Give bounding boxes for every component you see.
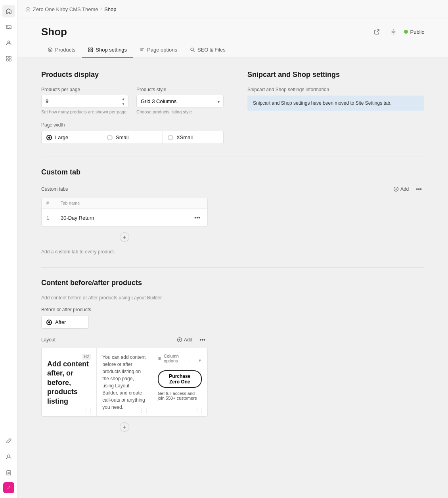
custom-tabs-more-button[interactable]: ••• <box>414 184 424 194</box>
layout-cell-2[interactable]: You can add content before or after prod… <box>97 348 152 416</box>
expand-button[interactable]: ▾ <box>198 357 202 364</box>
products-per-page-input[interactable] <box>41 95 128 108</box>
svg-rect-4 <box>9 56 11 58</box>
sidebar-user2-icon[interactable] <box>2 450 15 463</box>
add-layout-row-area: + <box>41 418 208 436</box>
breadcrumb-parent[interactable]: Zero One Kirby CMS Theme <box>33 6 98 12</box>
spinner-down[interactable]: ▼ <box>120 102 127 106</box>
pink-action-button[interactable] <box>3 482 14 493</box>
page-width-large[interactable]: Large <box>41 131 102 144</box>
h2-badge: H2 <box>82 354 91 360</box>
svg-point-11 <box>393 31 394 33</box>
page-width-section: Page width Large Small XSmall <box>41 122 224 144</box>
products-per-page-field: Products per page ▲ ▼ Set how many produ… <box>41 87 128 114</box>
content-body: Products display Products per page ▲ ▼ S… <box>17 58 448 157</box>
drag-handle-cell-1[interactable]: ⋮⋮ <box>84 408 93 413</box>
column-options-label: Column options <box>158 354 188 363</box>
products-display-form: Products per page ▲ ▼ Set how many produ… <box>41 87 224 114</box>
drag-handle-cell-3[interactable]: ⋮⋮ <box>195 408 204 413</box>
page-width-small-label: Small <box>116 134 129 140</box>
row-number: 1 <box>46 215 61 221</box>
page-width-xsmall[interactable]: XSmall <box>163 131 224 144</box>
topbar: Zero One Kirby CMS Theme / Shop <box>17 0 448 19</box>
tab-products[interactable]: Products <box>41 43 82 57</box>
add-layout-button[interactable]: Add <box>174 335 195 344</box>
col-name-header: Tab name <box>61 201 203 205</box>
row-more-button[interactable]: ••• <box>192 213 203 222</box>
radio-small-indicator <box>107 135 113 140</box>
radio-large-indicator <box>46 135 52 140</box>
svg-point-2 <box>8 41 10 43</box>
add-row-area: + <box>41 228 208 246</box>
sidebar-clipboard-icon[interactable] <box>2 466 15 479</box>
breadcrumb-separator: / <box>100 6 102 12</box>
after-option[interactable]: After <box>41 316 89 329</box>
external-link-button[interactable] <box>371 25 383 38</box>
add-row-button[interactable]: + <box>120 232 129 242</box>
sidebar-home-icon[interactable] <box>2 5 15 17</box>
col-number-header: # <box>46 201 61 205</box>
table-row[interactable]: 1 30-Day Return ••• <box>42 209 207 226</box>
svg-rect-16 <box>89 50 90 52</box>
content-left: Products display Products per page ▲ ▼ S… <box>41 71 224 144</box>
page-header: Shop <box>17 19 448 58</box>
radio-xsmall-indicator <box>168 135 173 140</box>
svg-rect-3 <box>6 56 8 58</box>
tabs: Products Shop settings Page options SEO … <box>41 43 424 57</box>
layout-more-button[interactable]: ••• <box>197 335 208 345</box>
svg-rect-15 <box>91 48 93 50</box>
add-layout-row-button[interactable]: + <box>120 422 129 432</box>
products-style-select[interactable]: Grid 3 Columns Grid 2 Columns Grid 4 Col… <box>136 95 224 108</box>
tab-page-options[interactable]: Page options <box>133 43 184 57</box>
content-before-after-section: Content before/after products Add conten… <box>17 279 448 448</box>
row-name: 30-Day Return <box>61 215 192 221</box>
settings-button[interactable] <box>387 25 400 38</box>
products-style-hint: Choose products listing style <box>136 109 224 114</box>
after-radio-indicator <box>46 320 52 325</box>
snipcart-info-label: Snipcart and Shop settings information <box>247 87 424 92</box>
drag-handle-cell-2[interactable]: ⋮⋮ <box>139 408 149 413</box>
layout-cell-1[interactable]: H2 Add content after, or before, product… <box>42 348 97 416</box>
custom-tab-title: Custom tab <box>41 168 424 176</box>
tab-shop-settings[interactable]: Shop settings <box>82 43 133 57</box>
tab-seo-files[interactable]: SEO & Files <box>184 43 232 57</box>
home-breadcrumb-icon <box>25 6 31 13</box>
layout-row: H2 Add content after, or before, product… <box>42 348 207 416</box>
page-title-row: Shop <box>41 25 424 38</box>
svg-rect-8 <box>7 471 11 475</box>
section-divider-1 <box>41 157 424 157</box>
page-title: Shop <box>41 26 67 38</box>
purchase-button[interactable]: Purchase Zero One <box>158 370 202 388</box>
svg-rect-6 <box>9 59 11 61</box>
cell-2-content: You can add content before or after prod… <box>102 354 146 411</box>
drag-handle-cell-3-top[interactable]: ⋮⋮ <box>188 358 196 363</box>
sidebar-edit-icon[interactable] <box>2 435 15 447</box>
custom-tabs-label: Custom tabs <box>41 186 68 192</box>
svg-rect-17 <box>91 50 93 52</box>
page-content: Shop <box>17 19 448 498</box>
cell-3-header: Column options ⋮⋮ ▾ <box>158 354 202 367</box>
status-label: Public <box>410 29 424 35</box>
custom-tab-hint: Add a custom tab to every product. <box>41 249 424 255</box>
add-custom-tab-button[interactable]: Add <box>390 185 412 193</box>
sidebar-pages-icon[interactable] <box>2 52 15 65</box>
sidebar-users-icon[interactable] <box>2 36 15 49</box>
page-width-small[interactable]: Small <box>102 131 163 144</box>
svg-point-13 <box>50 49 51 51</box>
purchase-description: Get full access and join 550+ customers <box>158 391 202 400</box>
sidebar-images-icon[interactable] <box>2 21 15 33</box>
cell-1-header: H2 <box>47 354 91 360</box>
layout-cell-3[interactable]: Column options ⋮⋮ ▾ Purchase Zero One Ge… <box>152 348 207 416</box>
status-dot <box>404 30 408 34</box>
custom-tabs-table: # Tab name 1 30-Day Return ••• <box>41 197 208 227</box>
layout-label: Layout <box>41 337 56 343</box>
spinner-up[interactable]: ▲ <box>120 96 127 101</box>
svg-rect-14 <box>89 48 90 50</box>
table-header: # Tab name <box>42 197 207 209</box>
svg-rect-5 <box>6 59 8 61</box>
before-after-radio-group: After <box>41 316 89 329</box>
before-after-label: Before or after products <box>41 307 424 312</box>
custom-tab-section: Custom tab Custom tabs Add ••• # Tab nam… <box>17 168 448 267</box>
layout-header: Layout Add ••• <box>41 335 208 345</box>
after-option-label: After <box>55 319 66 325</box>
